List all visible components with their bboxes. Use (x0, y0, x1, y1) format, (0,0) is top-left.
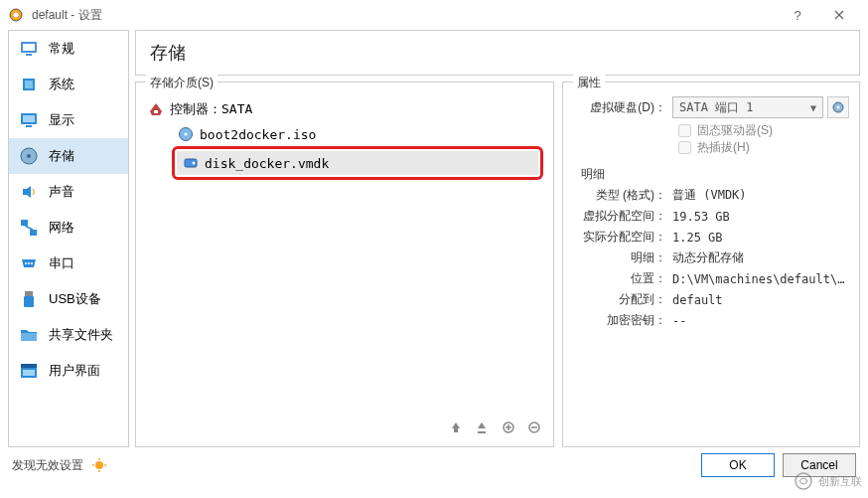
sidebar-item-network[interactable]: 网络 (9, 210, 128, 246)
sidebar-item-audio[interactable]: 声音 (9, 174, 128, 210)
hotplug-label: 热插拔(H) (697, 139, 750, 156)
svg-rect-14 (21, 220, 28, 226)
hard-drive-row: 虚拟硬盘(D)： SATA 端口 1 ▼ (573, 96, 849, 118)
detail-label: 明细： (573, 249, 672, 266)
speaker-icon (19, 182, 39, 202)
assigned-row: 分配到： default (573, 291, 849, 308)
svg-rect-26 (154, 110, 158, 113)
location-row: 位置： D:\VM\machines\default\disk_docker… (573, 270, 849, 287)
display-icon (19, 110, 39, 130)
encrypt-label: 加密密钥： (573, 312, 672, 329)
svg-point-13 (27, 154, 31, 158)
solid-state-label: 固态驱动器(S) (697, 122, 773, 139)
help-button[interactable]: ? (777, 1, 818, 29)
warning-sun-icon[interactable] (91, 457, 107, 473)
svg-rect-5 (23, 44, 35, 51)
svg-rect-22 (21, 333, 37, 341)
main-area: 常规 系统 显示 存储 声音 网络 串口 USB设备 (0, 30, 868, 447)
category-sidebar: 常规 系统 显示 存储 声音 网络 串口 USB设备 (8, 30, 129, 447)
attributes-group: 属性 虚拟硬盘(D)： SATA 端口 1 ▼ 固态驱动器(S) (562, 82, 860, 447)
svg-rect-24 (21, 364, 37, 368)
svg-rect-8 (25, 81, 33, 88)
app-gear-icon (8, 7, 24, 23)
ok-button[interactable]: OK (701, 453, 775, 477)
location-value: D:\VM\machines\default\disk_docker… (672, 272, 849, 286)
sidebar-item-label: 系统 (49, 76, 74, 93)
storage-item-name: boot2docker.iso (200, 127, 316, 142)
sidebar-item-label: 存储 (49, 147, 74, 165)
remove-attachment-icon[interactable] (525, 418, 543, 436)
sidebar-item-ui[interactable]: 用户界面 (9, 353, 128, 389)
disk-config-button[interactable] (827, 96, 849, 118)
detail-value: 动态分配存储 (672, 249, 849, 266)
sidebar-item-usb[interactable]: USB设备 (9, 281, 128, 317)
type-row: 类型 (格式)： 普通 (VMDK) (573, 187, 849, 204)
watermark: 创新互联 (793, 470, 862, 492)
attrs-group-title: 属性 (573, 75, 605, 91)
storage-toolbar (146, 413, 543, 436)
type-value: 普通 (VMDK) (672, 187, 849, 204)
sidebar-item-general[interactable]: 常规 (9, 31, 128, 67)
chip-icon (19, 75, 39, 94)
close-button[interactable] (818, 1, 860, 29)
sidebar-item-label: 网络 (49, 219, 74, 237)
solid-state-checkbox[interactable] (678, 124, 691, 137)
storage-item-vmdk[interactable]: disk_docker.vmdk (177, 151, 538, 175)
hard-drive-select[interactable]: SATA 端口 1 ▼ (672, 96, 823, 118)
sidebar-item-label: 共享文件夹 (49, 326, 113, 344)
chevron-down-icon: ▼ (810, 102, 816, 113)
sidebar-item-serial[interactable]: 串口 (9, 246, 128, 281)
svg-point-30 (193, 162, 196, 165)
disk-icon (19, 146, 39, 166)
add-attachment-icon[interactable] (500, 418, 517, 436)
svg-point-40 (95, 461, 103, 469)
svg-line-16 (25, 226, 33, 230)
hotplug-checkbox[interactable] (678, 141, 691, 154)
sidebar-item-system[interactable]: 系统 (9, 67, 128, 102)
controller-icon (148, 101, 164, 117)
sidebar-item-storage[interactable]: 存储 (9, 138, 128, 174)
actual-size-value: 1.25 GB (672, 231, 849, 245)
window-title: default - 设置 (32, 7, 102, 24)
sidebar-item-display[interactable]: 显示 (9, 102, 128, 138)
svg-point-1 (14, 13, 19, 18)
solid-state-row: 固态驱动器(S) (678, 122, 849, 139)
sidebar-item-label: 用户界面 (49, 362, 100, 380)
svg-rect-20 (25, 291, 33, 296)
virt-size-row: 虚拟分配空间： 19.53 GB (573, 208, 849, 225)
remove-controller-icon[interactable] (474, 418, 492, 436)
network-icon (19, 218, 39, 238)
virt-size-value: 19.53 GB (672, 210, 849, 224)
detail-row: 明细： 动态分配存储 (573, 249, 849, 266)
svg-point-19 (31, 262, 33, 264)
sidebar-item-shared-folders[interactable]: 共享文件夹 (9, 317, 128, 353)
optical-disc-icon (178, 126, 194, 142)
svg-point-28 (185, 133, 188, 136)
content-body: 存储介质(S) 控制器：SATA boot2docker.iso (135, 82, 860, 447)
svg-rect-21 (24, 296, 34, 307)
svg-rect-15 (30, 230, 37, 236)
window-icon (19, 361, 39, 381)
virt-size-label: 虚拟分配空间： (573, 208, 672, 225)
svg-rect-6 (26, 54, 32, 56)
watermark-text: 创新互联 (818, 474, 862, 489)
hard-drive-value: SATA 端口 1 (679, 99, 754, 116)
highlighted-selection: disk_docker.vmdk (172, 146, 543, 180)
svg-point-39 (837, 106, 840, 109)
monitor-icon (19, 39, 39, 59)
add-controller-icon[interactable] (448, 418, 466, 436)
sidebar-item-label: USB设备 (49, 290, 101, 308)
page-title-box: 存储 (135, 30, 860, 76)
encrypt-value: -- (672, 314, 849, 328)
controller-row[interactable]: 控制器：SATA (146, 96, 543, 122)
footer: 发现无效设置 OK Cancel (0, 447, 868, 483)
storage-item-iso[interactable]: boot2docker.iso (146, 122, 543, 146)
svg-point-45 (796, 473, 811, 489)
page-title: 存储 (150, 41, 845, 65)
invalid-settings-label: 发现无效设置 (12, 457, 83, 474)
sidebar-item-label: 串口 (49, 254, 74, 272)
svg-rect-31 (454, 428, 458, 432)
location-label: 位置： (573, 270, 672, 287)
sidebar-item-label: 常规 (49, 40, 74, 58)
folder-icon (19, 325, 39, 345)
